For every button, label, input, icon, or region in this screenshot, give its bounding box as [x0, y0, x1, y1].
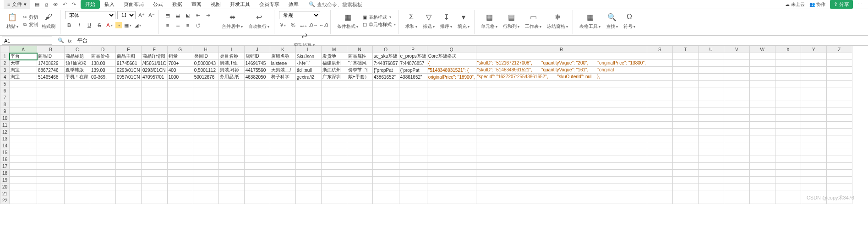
cell[interactable]: [10, 81, 37, 87]
cell[interactable]: [372, 142, 399, 149]
cell[interactable]: [826, 149, 852, 156]
cell[interactable]: [321, 197, 347, 204]
cell[interactable]: 50012676: [193, 74, 218, 81]
cell[interactable]: [90, 142, 116, 149]
cell[interactable]: [295, 115, 321, 122]
cell[interactable]: 店铺名称: [270, 53, 295, 60]
cell[interactable]: [321, 156, 347, 163]
cell[interactable]: [801, 53, 826, 60]
cell[interactable]: [116, 135, 142, 142]
cell[interactable]: [647, 108, 672, 115]
cell[interactable]: [427, 170, 476, 177]
cell[interactable]: [142, 170, 168, 177]
sum-button[interactable]: Σ求和: [404, 11, 419, 31]
cell[interactable]: [347, 135, 372, 142]
col-header[interactable]: X: [775, 46, 801, 53]
cell[interactable]: [116, 122, 142, 129]
cell[interactable]: [801, 197, 826, 204]
cell[interactable]: [218, 108, 244, 115]
cell[interactable]: [65, 94, 90, 101]
cell[interactable]: [826, 74, 852, 81]
cell[interactable]: [775, 183, 801, 190]
cell[interactable]: [698, 108, 724, 115]
dec-inc-icon[interactable]: .0→: [309, 21, 317, 29]
cell[interactable]: 400: [167, 67, 193, 74]
cell[interactable]: 700+: [167, 60, 193, 67]
cell[interactable]: [801, 177, 826, 183]
cell[interactable]: [193, 101, 218, 108]
cell[interactable]: [295, 170, 321, 177]
cell[interactable]: [142, 129, 168, 135]
cell[interactable]: [476, 163, 647, 170]
wrap-text-button[interactable]: ↩自动换行: [246, 11, 271, 31]
cell[interactable]: [321, 142, 347, 149]
cell[interactable]: [427, 135, 476, 142]
search-input[interactable]: [317, 2, 372, 7]
cell[interactable]: [698, 122, 724, 129]
cell[interactable]: [672, 129, 698, 135]
cell[interactable]: 领T恤宽松: [65, 60, 90, 67]
cell[interactable]: 椅子科学: [270, 74, 295, 81]
merge-center-button[interactable]: ⬌合并居中: [220, 11, 245, 31]
cell[interactable]: [775, 149, 801, 156]
cell[interactable]: [244, 156, 270, 163]
cell[interactable]: [90, 156, 116, 163]
cell[interactable]: [826, 94, 852, 101]
row-header[interactable]: 4: [0, 74, 10, 81]
cell[interactable]: [218, 129, 244, 135]
cell[interactable]: {"propPat: [372, 67, 399, 74]
cell[interactable]: [775, 156, 801, 163]
cell[interactable]: [218, 183, 244, 190]
cell[interactable]: [698, 74, 724, 81]
cell[interactable]: [672, 87, 698, 94]
col-header[interactable]: C: [65, 46, 90, 53]
cell[interactable]: [672, 149, 698, 156]
cell[interactable]: [347, 101, 372, 108]
cell[interactable]: [90, 183, 116, 190]
cell[interactable]: [295, 142, 321, 149]
col-header[interactable]: G: [167, 46, 193, 53]
cell[interactable]: [10, 108, 37, 115]
cell[interactable]: [244, 94, 270, 101]
cell[interactable]: [427, 87, 476, 94]
cell[interactable]: [37, 122, 65, 129]
cell[interactable]: [724, 142, 749, 149]
cell[interactable]: 51465468: [37, 74, 65, 81]
cell[interactable]: 1000: [167, 74, 193, 81]
cell[interactable]: 类目ID: [193, 53, 218, 60]
cell[interactable]: [218, 163, 244, 170]
cell-style-button[interactable]: ▢单元格样式: [362, 22, 396, 28]
cell[interactable]: [193, 94, 218, 101]
cell[interactable]: [372, 177, 399, 183]
cell[interactable]: [10, 190, 37, 197]
cell[interactable]: 91745661: [116, 60, 142, 67]
cell[interactable]: [372, 115, 399, 122]
cell[interactable]: [347, 129, 372, 135]
cell[interactable]: [193, 108, 218, 115]
freeze-button[interactable]: ❄冻结窗格: [545, 11, 570, 31]
cell[interactable]: [775, 108, 801, 115]
cell[interactable]: [775, 190, 801, 197]
cell[interactable]: [698, 156, 724, 163]
cell[interactable]: [295, 129, 321, 135]
cell[interactable]: [698, 101, 724, 108]
row-header[interactable]: 2: [0, 60, 10, 67]
row-header[interactable]: 15: [0, 149, 10, 156]
more-menu[interactable]: ⋯: [857, 1, 863, 7]
cell[interactable]: 0293/01CN: [116, 67, 142, 74]
cell[interactable]: [372, 122, 399, 129]
cell[interactable]: [801, 67, 826, 74]
cell[interactable]: [167, 177, 193, 183]
cell[interactable]: [10, 115, 37, 122]
cell[interactable]: [826, 183, 852, 190]
cell[interactable]: [749, 101, 775, 108]
cell[interactable]: [116, 170, 142, 177]
cell[interactable]: [749, 115, 775, 122]
cell[interactable]: [321, 177, 347, 183]
cell[interactable]: 商品标题: [65, 53, 90, 60]
cell[interactable]: [347, 94, 372, 101]
cell[interactable]: [37, 156, 65, 163]
cell[interactable]: [427, 190, 476, 197]
cell[interactable]: [672, 108, 698, 115]
indent-dec-icon[interactable]: ⇤: [194, 11, 202, 19]
